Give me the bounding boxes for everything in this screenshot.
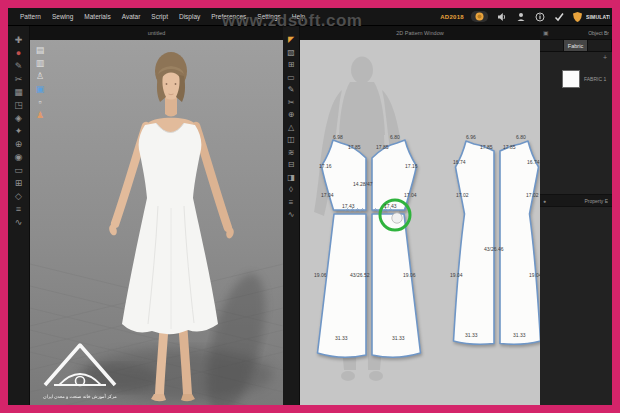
tool-icon[interactable]: ◊: [283, 184, 299, 197]
info-icon[interactable]: [534, 11, 545, 22]
tool-icon[interactable]: △: [283, 122, 299, 135]
fabric-list-item[interactable]: FABRIC 1: [562, 70, 612, 88]
measurement-label: 6.80: [516, 135, 526, 140]
tool-icon[interactable]: ∿: [8, 216, 29, 229]
menu-script[interactable]: Script: [151, 13, 168, 20]
tool-icon[interactable]: ▭: [283, 72, 299, 85]
measurement-label: 31.33: [392, 336, 405, 341]
coin-button[interactable]: [471, 11, 488, 22]
menu-materials[interactable]: Materials: [84, 13, 110, 20]
tool-icon[interactable]: ≡: [8, 203, 29, 216]
menu-pattern[interactable]: Pattern: [20, 13, 41, 20]
measurement-label: 31.33: [465, 333, 478, 338]
measurement-label: 16.74: [527, 160, 540, 165]
tool-icon[interactable]: ⊟: [283, 159, 299, 172]
tool-icon[interactable]: ≋: [283, 147, 299, 160]
tool-icon[interactable]: ⊞: [8, 177, 29, 190]
left-toolbar: ✚●✎✂▦◳◈✦⊕◉▭⊞◇≡∿: [8, 26, 30, 405]
viewport-icon[interactable]: ▣: [33, 83, 47, 96]
tool-icon[interactable]: ⊕: [8, 138, 29, 151]
fabric-swatch[interactable]: [562, 70, 580, 88]
tab-fabric[interactable]: Fabric: [564, 40, 588, 51]
viewport-3d[interactable]: untitled: [30, 26, 283, 405]
user-icon[interactable]: [515, 11, 526, 22]
measurement-label: 14.28/47: [353, 182, 372, 187]
measurement-label: 19.06: [314, 273, 327, 278]
viewport-icon[interactable]: ▫: [33, 96, 47, 109]
tool-icon[interactable]: ◤: [283, 34, 299, 47]
pattern-window-2d[interactable]: 2D Pattern Window: [300, 26, 540, 405]
tab-left[interactable]: [540, 40, 564, 51]
panel-tabs: Fabric: [540, 40, 612, 52]
measurement-label: 31.33: [335, 336, 348, 341]
tool-icon[interactable]: ≡: [283, 197, 299, 210]
tool-icon[interactable]: ▦: [8, 86, 29, 99]
measurement-label: 31.33: [513, 333, 526, 338]
watermark: www.zdsoft.com: [222, 11, 363, 31]
viewport-icon[interactable]: ▤: [33, 44, 47, 57]
tool-icon[interactable]: ◉: [8, 151, 29, 164]
object-browser-header: ▣ Object Br: [540, 26, 612, 40]
panel-menu-icon[interactable]: ▣: [543, 29, 549, 36]
tool-icon[interactable]: ●: [8, 47, 29, 60]
object-browser-label: Object Br: [588, 30, 609, 36]
viewport-icon[interactable]: ▥: [33, 57, 47, 70]
measurement-label: 17.85: [376, 145, 389, 150]
tool-icon[interactable]: ◳: [8, 99, 29, 112]
measurement-label: 17.43: [384, 204, 397, 209]
check-icon[interactable]: [553, 11, 564, 22]
tool-icon[interactable]: ▧: [283, 47, 299, 60]
measurement-label: 19.04: [450, 273, 463, 278]
measurement-label: 17.04: [321, 193, 334, 198]
pattern-canvas[interactable]: 6.986.8017.8517.8517.1617.1614.28/4717.0…: [300, 40, 540, 405]
tool-icon[interactable]: ✎: [283, 84, 299, 97]
measurement-label: 17.04: [404, 193, 417, 198]
shield-icon: [572, 11, 583, 22]
add-fabric-button[interactable]: +: [540, 52, 612, 64]
right-panel: ▣ Object Br Fabric + FABRIC 1 ● Property…: [540, 26, 612, 405]
studio-logo-mark: [40, 337, 120, 389]
menu-right-cluster: AD2018: [440, 11, 612, 22]
viewport-icon[interactable]: ♟: [33, 109, 47, 122]
tool-icon[interactable]: ◈: [8, 112, 29, 125]
measurement-label: 17.43: [342, 204, 355, 209]
app-window: PatternSewingMaterialsAvatarScriptDispla…: [8, 8, 612, 405]
coin-icon: [475, 12, 484, 21]
fabric-name-label: FABRIC 1: [584, 76, 606, 82]
measurement-label: 19.04: [529, 273, 540, 278]
menu-avatar[interactable]: Avatar: [122, 13, 141, 20]
measurement-label: 17.85: [480, 145, 493, 150]
tool-icon[interactable]: ▭: [8, 164, 29, 177]
speaker-icon[interactable]: [496, 11, 507, 22]
measurement-labels: 6.986.8017.8517.8517.1617.1614.28/4717.0…: [300, 40, 540, 405]
measurement-label: 17.85: [348, 145, 361, 150]
tool-icon[interactable]: ✚: [8, 34, 29, 47]
mid-toolbar: ◤▧⊞▭✎✂⊕△◫≋⊟◨◊≡∿: [283, 26, 300, 405]
tool-icon[interactable]: ⊕: [283, 109, 299, 122]
mode-label: SIMULATION: [586, 14, 610, 20]
tool-icon[interactable]: ◇: [8, 190, 29, 203]
tool-icon[interactable]: ◨: [283, 172, 299, 185]
menu-sewing[interactable]: Sewing: [52, 13, 73, 20]
measurement-label: 6.80: [390, 135, 400, 140]
tool-icon[interactable]: ✂: [283, 97, 299, 110]
collapse-icon[interactable]: ●: [543, 198, 546, 204]
measurement-label: 17.02: [456, 193, 469, 198]
account-label: AD2018: [440, 14, 464, 20]
menu-display[interactable]: Display: [179, 13, 200, 20]
property-editor-header[interactable]: ● Property E: [540, 194, 612, 207]
tool-icon[interactable]: ∿: [283, 209, 299, 222]
tool-icon[interactable]: ✦: [8, 125, 29, 138]
tool-icon[interactable]: ⊞: [283, 59, 299, 72]
tool-icon[interactable]: ◫: [283, 134, 299, 147]
studio-logo-caption: مرکز آموزش خانه صنعت و معدن ایران: [34, 394, 126, 399]
tab-right[interactable]: [588, 40, 612, 51]
measurement-label: 17.16: [319, 164, 332, 169]
tool-icon[interactable]: ✎: [8, 60, 29, 73]
measurement-label: 6.98: [333, 135, 343, 140]
measurement-label: 43/26.46: [484, 247, 503, 252]
viewport-icon[interactable]: ♙: [33, 70, 47, 83]
tool-icon[interactable]: ✂: [8, 73, 29, 86]
measurement-label: 43/26.52: [350, 273, 369, 278]
app-frame: PatternSewingMaterialsAvatarScriptDispla…: [0, 0, 620, 413]
